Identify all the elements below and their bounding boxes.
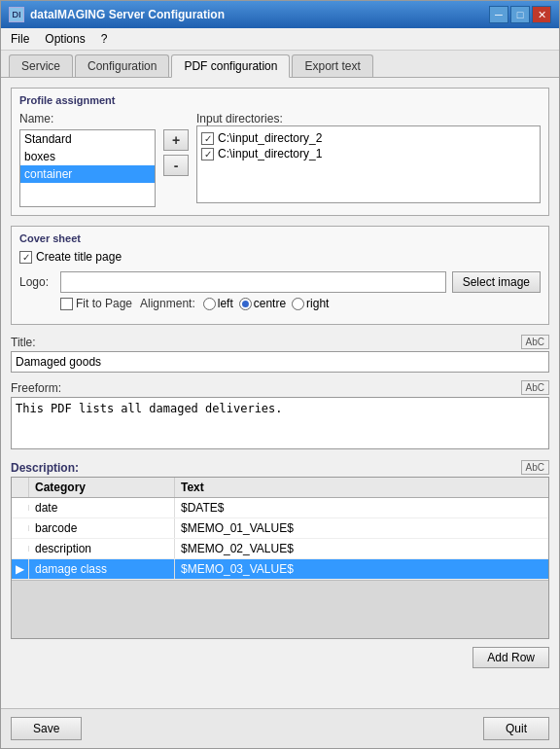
tab-bar: Service Configuration PDF configuration …	[1, 51, 559, 78]
main-window: DI dataIMAGING Server Configuration ─ □ …	[0, 0, 560, 749]
table-row[interactable]: barcode $MEMO_01_VALUE$	[12, 518, 548, 539]
name-list[interactable]: Standard boxes container	[19, 129, 156, 207]
title-input[interactable]	[11, 351, 549, 373]
row-text-3: $MEMO_02_VALUE$	[175, 539, 548, 558]
dir-path-2: C:\input_directory_1	[218, 147, 322, 160]
alignment-label: Alignment:	[140, 297, 195, 310]
table-header: Category Text	[12, 478, 548, 498]
minimize-button[interactable]: ─	[489, 6, 508, 23]
title-bar: DI dataIMAGING Server Configuration ─ □ …	[1, 1, 559, 28]
align-right-option[interactable]: right	[292, 297, 329, 310]
row-category-3: description	[29, 539, 175, 558]
logo-label: Logo:	[19, 275, 54, 289]
row-category-4: damage class	[29, 559, 175, 579]
align-left-option[interactable]: left	[203, 297, 233, 310]
tab-pdf-configuration[interactable]: PDF configuration	[171, 54, 290, 78]
description-abc-button[interactable]: AbC	[521, 460, 549, 475]
create-title-page-row: Create title page	[19, 250, 541, 264]
quit-button[interactable]: Quit	[483, 717, 549, 740]
align-centre-option[interactable]: centre	[239, 297, 286, 310]
remove-profile-button[interactable]: -	[163, 155, 189, 176]
row-text-2: $MEMO_01_VALUE$	[175, 518, 548, 538]
save-button[interactable]: Save	[11, 717, 82, 740]
name-item-container[interactable]: container	[20, 165, 155, 183]
row-arrow-1	[12, 505, 29, 511]
input-dir-label: Input directories:	[196, 112, 541, 125]
freeform-abc-button[interactable]: AbC	[521, 380, 549, 395]
select-image-button[interactable]: Select image	[452, 271, 541, 293]
menu-file[interactable]: File	[5, 30, 35, 48]
add-profile-button[interactable]: +	[163, 129, 189, 151]
directory-list: C:\input_directory_2 C:\input_directory_…	[196, 125, 541, 203]
description-table: Category Text date $DATE$ barcode $MEMO_…	[11, 477, 549, 639]
dir-checkbox-2[interactable]	[201, 148, 214, 160]
create-title-page-checkbox[interactable]	[19, 251, 32, 264]
fit-alignment-row: Fit to Page Alignment: left centre right	[60, 297, 541, 310]
description-header: Description: AbC	[11, 460, 549, 475]
title-controls: ─ □ ✕	[489, 6, 551, 23]
cover-group: Cover sheet Create title page Logo: Sele…	[11, 226, 549, 325]
row-arrow-4: ▶	[12, 559, 29, 579]
name-label: Name:	[19, 112, 156, 125]
add-row-button[interactable]: Add Row	[472, 647, 549, 668]
menu-bar: File Options ?	[1, 28, 559, 51]
freeform-field-row: Freeform: AbC This PDF lists all damaged…	[11, 380, 549, 452]
description-section: Description: AbC Category Text date $DAT…	[11, 460, 549, 668]
dir-checkbox-1[interactable]	[201, 132, 214, 145]
title-abc-button[interactable]: AbC	[521, 335, 549, 349]
name-section: Name: Standard boxes container	[19, 112, 156, 207]
th-text: Text	[175, 478, 548, 497]
align-centre-radio[interactable]	[239, 298, 252, 310]
tab-configuration[interactable]: Configuration	[75, 54, 169, 77]
freeform-field-label: Freeform:	[11, 381, 61, 395]
align-right-label: right	[306, 297, 329, 310]
title-field-row: Title: AbC	[11, 335, 549, 373]
create-title-page-label: Create title page	[36, 250, 122, 264]
maximize-button[interactable]: □	[510, 6, 530, 23]
app-icon: DI	[9, 7, 24, 22]
th-arrow	[12, 478, 29, 497]
row-arrow-2	[12, 525, 29, 531]
align-centre-label: centre	[254, 297, 286, 310]
logo-row: Logo: Select image	[19, 271, 541, 293]
align-left-radio[interactable]	[203, 298, 216, 310]
name-item-standard[interactable]: Standard	[20, 130, 155, 148]
table-row[interactable]: date $DATE$	[12, 498, 548, 518]
menu-options[interactable]: Options	[39, 30, 90, 48]
tab-export-text[interactable]: Export text	[292, 54, 372, 77]
profile-group-label: Profile assignment	[19, 94, 541, 106]
description-label: Description:	[11, 461, 79, 475]
table-row[interactable]: description $MEMO_02_VALUE$	[12, 539, 548, 559]
title-field-label: Title:	[11, 336, 36, 349]
dir-path-1: C:\input_directory_2	[218, 131, 322, 145]
table-empty-area	[12, 580, 548, 638]
fit-to-page-label: Fit to Page	[76, 297, 132, 310]
row-text-1: $DATE$	[175, 498, 548, 517]
profile-buttons: + -	[163, 129, 189, 176]
name-item-boxes[interactable]: boxes	[20, 148, 155, 165]
input-dir-section: Input directories: C:\input_directory_2 …	[196, 112, 541, 203]
add-row-container: Add Row	[11, 643, 549, 668]
row-category-1: date	[29, 498, 175, 517]
th-category: Category	[29, 478, 175, 497]
main-content: Profile assignment Name: Standard boxes …	[1, 78, 559, 708]
align-right-radio[interactable]	[292, 298, 304, 310]
fit-to-page-group: Fit to Page	[60, 297, 132, 310]
row-text-4: $MEMO_03_VALUE$	[175, 559, 548, 579]
dir-item-1: C:\input_directory_2	[201, 130, 536, 146]
fit-to-page-checkbox[interactable]	[60, 298, 73, 310]
freeform-textarea[interactable]: This PDF lists all damaged deliveries.	[11, 397, 549, 449]
logo-input[interactable]	[60, 271, 446, 293]
table-row[interactable]: ▶ damage class $MEMO_03_VALUE$	[12, 559, 548, 580]
row-category-2: barcode	[29, 518, 175, 538]
cover-group-label: Cover sheet	[19, 232, 541, 244]
menu-help[interactable]: ?	[95, 30, 114, 48]
title-field-header: Title: AbC	[11, 335, 549, 349]
align-left-label: left	[218, 297, 233, 310]
profile-group: Profile assignment Name: Standard boxes …	[11, 88, 549, 216]
bottom-bar: Save Quit	[1, 708, 559, 748]
close-button[interactable]: ✕	[532, 6, 551, 23]
tab-service[interactable]: Service	[9, 54, 73, 77]
alignment-radio-group: left centre right	[203, 297, 330, 310]
freeform-field-header: Freeform: AbC	[11, 380, 549, 395]
